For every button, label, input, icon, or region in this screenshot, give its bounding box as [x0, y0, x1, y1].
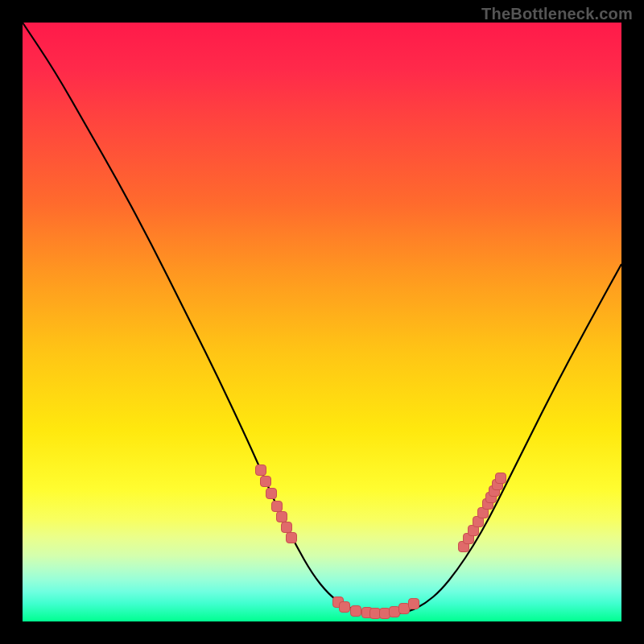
curve-marker — [399, 604, 410, 614]
curve-marker — [351, 606, 361, 617]
curve-marker — [266, 489, 277, 499]
curve-marker — [340, 602, 350, 613]
curve-marker — [409, 599, 419, 609]
curve-marker — [256, 465, 266, 476]
curve-marker — [282, 522, 292, 533]
bottleneck-chart-svg — [23, 23, 621, 621]
curve-marker — [370, 609, 381, 619]
curve-marker — [380, 609, 390, 619]
chart-plot-area — [23, 23, 621, 621]
curve-marker — [261, 477, 271, 487]
curve-marker — [272, 502, 283, 512]
curve-marker — [287, 533, 297, 543]
bottleneck-curve-line — [23, 23, 621, 614]
attribution-text: TheBottleneck.com — [481, 5, 633, 23]
curve-marker — [390, 607, 400, 617]
curve-marker — [277, 512, 287, 522]
highlighted-marker-group — [256, 465, 506, 619]
curve-marker — [496, 473, 506, 484]
